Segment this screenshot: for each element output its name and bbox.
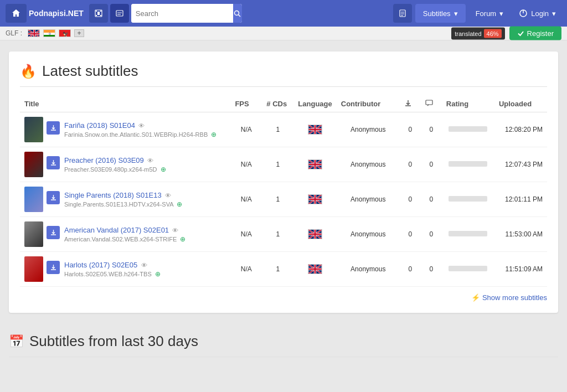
title-cell-3: American Vandal (2017) S02E01 👁 American… bbox=[20, 217, 230, 252]
table-row: Harlots (2017) S02E05 👁 Harlots.S02E05.W… bbox=[20, 252, 547, 287]
search-input[interactable] bbox=[131, 4, 233, 23]
glf-bar: GLF : 🦅 + translated bbox=[0, 27, 567, 40]
title-link-0[interactable]: Fariña (2018) S01E04 bbox=[64, 121, 135, 130]
translated-text: translated bbox=[455, 30, 481, 37]
svg-rect-3 bbox=[96, 15, 97, 16]
plus-icon-2[interactable]: ⊕ bbox=[177, 200, 182, 208]
india-flag-svg bbox=[44, 30, 55, 37]
section-title-latest: 🔥 Latest subtitles bbox=[20, 63, 547, 87]
title-sub-1: Preacher.S03E09.480p.x264-m5D ⊕ bbox=[64, 166, 166, 173]
rating-bar-2 bbox=[449, 196, 487, 202]
title-link-2[interactable]: Single Parents (2018) S01E13 bbox=[64, 191, 162, 199]
lang-cell-4 bbox=[293, 252, 336, 287]
download-btn-1[interactable] bbox=[47, 156, 60, 169]
dl-icon-2 bbox=[50, 194, 56, 200]
subtitle-nav-icon[interactable] bbox=[393, 4, 412, 23]
plus-icon-0[interactable]: ⊕ bbox=[211, 131, 217, 138]
rating-cell-4 bbox=[442, 252, 494, 287]
plus-icon-1[interactable]: ⊕ bbox=[161, 166, 166, 173]
rating-cell-0 bbox=[442, 112, 494, 147]
title-sub-0: Farinia.Snow.on.the.Atlantic.S01.WEBRip.… bbox=[64, 131, 217, 138]
fps-cell-1: N/A bbox=[230, 147, 262, 182]
eye-icon-2: 👁 bbox=[165, 192, 171, 199]
title-link-1[interactable]: Preacher (2016) S03E09 bbox=[64, 156, 144, 164]
brand-label: Podnapisi.NET bbox=[29, 9, 84, 18]
lightning-icon: ⚡ bbox=[471, 293, 480, 302]
fps-cell-0: N/A bbox=[230, 112, 262, 147]
contributor-cell-3: Anonymous bbox=[337, 217, 400, 252]
rating-bar-4 bbox=[449, 266, 487, 271]
svg-rect-1 bbox=[96, 11, 97, 12]
svg-rect-6 bbox=[116, 11, 123, 16]
download-btn-4[interactable] bbox=[47, 261, 60, 274]
contributor-cell-2: Anonymous bbox=[337, 182, 400, 217]
col-header-contributor: Contributor bbox=[337, 96, 400, 112]
lang-cell-3 bbox=[293, 217, 336, 252]
flag-uk-1 bbox=[308, 159, 322, 169]
fps-cell-2: N/A bbox=[230, 182, 262, 217]
latest-subtitles-section: 🔥 Latest subtitles Title FPS # CDs Langu… bbox=[9, 51, 558, 313]
add-flag-button[interactable]: + bbox=[74, 29, 84, 37]
col-header-uploaded: Uploaded bbox=[494, 96, 547, 112]
home-button[interactable] bbox=[6, 4, 27, 23]
flag-uk-3 bbox=[308, 229, 322, 239]
search-icon bbox=[234, 10, 241, 17]
thumb-3 bbox=[24, 221, 43, 247]
plus-icon-4[interactable]: ⊕ bbox=[155, 270, 161, 278]
flag-albania[interactable]: 🦅 bbox=[59, 29, 71, 37]
download-btn-2[interactable] bbox=[47, 191, 60, 204]
lang-cell-0 bbox=[293, 112, 336, 147]
title-sub-3: American.Vandal.S02.WEB.x264-STRIFE ⊕ bbox=[64, 235, 185, 243]
cds-cell-1: 1 bbox=[262, 147, 293, 182]
login-label: Login bbox=[531, 9, 549, 18]
power-icon bbox=[519, 9, 528, 18]
uploaded-cell-0: 12:08:20 PM bbox=[494, 112, 547, 147]
glf-right: translated 46% Register bbox=[451, 27, 561, 40]
last30days-title: 📅 Subtitles from last 30 days bbox=[9, 324, 558, 357]
last30days-section: 📅 Subtitles from last 30 days bbox=[9, 324, 558, 357]
table-header-row: Title FPS # CDs Language Contributor bbox=[20, 96, 547, 112]
uploaded-cell-2: 12:01:11 PM bbox=[494, 182, 547, 217]
register-button[interactable]: Register bbox=[509, 27, 561, 40]
glf-label: GLF : bbox=[6, 29, 22, 37]
login-dropdown-button[interactable]: Login ▾ bbox=[513, 4, 561, 23]
cds-cell-4: 1 bbox=[262, 252, 293, 287]
film-icon bbox=[95, 9, 102, 17]
subtitle-icon-button[interactable] bbox=[110, 4, 129, 23]
dl-count-cell-2: 0 bbox=[400, 182, 421, 217]
download-btn-3[interactable] bbox=[47, 226, 60, 239]
svg-rect-26 bbox=[44, 30, 55, 33]
flag-india[interactable] bbox=[43, 29, 55, 37]
plus-icon-3[interactable]: ⊕ bbox=[180, 235, 185, 243]
show-more-text: Show more subtitles bbox=[482, 293, 547, 302]
col-header-cds: # CDs bbox=[262, 96, 293, 112]
film-icon-button[interactable] bbox=[89, 4, 108, 23]
contributor-cell-0: Anonymous bbox=[337, 112, 400, 147]
last30days-text: Subtitles from last 30 days bbox=[29, 333, 198, 350]
svg-rect-5 bbox=[97, 12, 100, 15]
subtitles-dropdown-button[interactable]: Subtitles ▾ bbox=[415, 4, 466, 23]
flag-uk-4 bbox=[308, 264, 322, 274]
uploaded-cell-1: 12:07:43 PM bbox=[494, 147, 547, 182]
search-button[interactable] bbox=[233, 4, 242, 23]
lang-cell-1 bbox=[293, 147, 336, 182]
table-row: Single Parents (2018) S01E13 👁 Single.Pa… bbox=[20, 182, 547, 217]
col-header-rating: Rating bbox=[442, 96, 494, 112]
title-link-3[interactable]: American Vandal (2017) S02E01 bbox=[64, 226, 169, 234]
table-row: American Vandal (2017) S02E01 👁 American… bbox=[20, 217, 547, 252]
forum-dropdown-button[interactable]: Forum ▾ bbox=[468, 4, 512, 23]
chat-count-cell-4: 0 bbox=[421, 252, 442, 287]
dl-icon-3 bbox=[50, 229, 56, 235]
title-link-4[interactable]: Harlots (2017) S02E05 bbox=[64, 261, 137, 269]
svg-point-9 bbox=[235, 11, 239, 15]
rating-bar-0 bbox=[449, 126, 487, 132]
dl-count-cell-4: 0 bbox=[400, 252, 421, 287]
download-btn-0[interactable] bbox=[47, 121, 60, 135]
col-header-fps: FPS bbox=[230, 96, 262, 112]
show-more-link[interactable]: ⚡ Show more subtitles bbox=[20, 293, 547, 302]
svg-rect-2 bbox=[100, 11, 101, 12]
thumb-1 bbox=[24, 152, 43, 177]
flag-uk[interactable] bbox=[28, 29, 40, 37]
svg-line-10 bbox=[239, 14, 241, 17]
title-cell-4: Harlots (2017) S02E05 👁 Harlots.S02E05.W… bbox=[20, 252, 230, 287]
